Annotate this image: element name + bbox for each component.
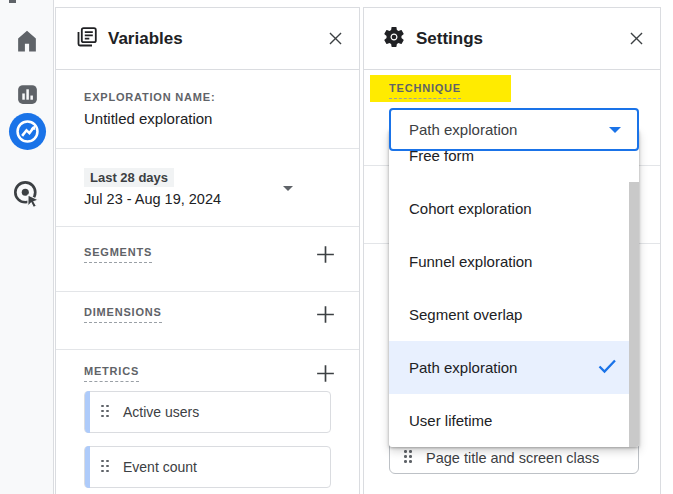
- settings-body: TECHNIQUE Page title and screen class Fr…: [364, 70, 660, 494]
- variables-panel: Variables EXPLORATION NAME: Untitled exp…: [55, 7, 360, 494]
- menu-item-funnel-exploration[interactable]: Funnel exploration: [389, 235, 639, 288]
- scroll-indicator: [9, 0, 16, 3]
- target-cursor-icon: [12, 179, 43, 214]
- settings-close-button[interactable]: [625, 28, 647, 50]
- sidebar-item-reports[interactable]: [0, 82, 54, 111]
- variables-header: Variables: [56, 8, 359, 70]
- panel-title: Settings: [416, 29, 625, 49]
- node-chip-label: Page title and screen class: [426, 450, 599, 466]
- dimensions-section: DIMENSIONS: [56, 291, 359, 349]
- left-nav-rail: [0, 0, 54, 494]
- sidebar-item-advertising[interactable]: [0, 179, 54, 214]
- technique-select[interactable]: Path exploration: [389, 108, 639, 151]
- metric-chip-label: Active users: [123, 404, 199, 420]
- explore-icon: [8, 112, 47, 155]
- sidebar-item-home[interactable]: [0, 27, 54, 59]
- menu-item-user-lifetime[interactable]: User lifetime: [389, 394, 639, 447]
- gear-icon: [382, 25, 406, 53]
- add-segment-button[interactable]: [313, 242, 337, 266]
- technique-dropdown-menu: Free form Cohort exploration Funnel expl…: [389, 129, 639, 447]
- segments-section: SEGMENTS: [56, 226, 359, 291]
- add-dimension-button[interactable]: [313, 302, 337, 326]
- metrics-section: METRICS: [56, 349, 359, 387]
- metrics-label: METRICS: [84, 365, 139, 382]
- dimensions-label: DIMENSIONS: [84, 306, 162, 323]
- segments-label: SEGMENTS: [84, 246, 152, 263]
- panel-title: Variables: [108, 29, 324, 49]
- variables-close-button[interactable]: [324, 28, 346, 50]
- metric-chip-active-users[interactable]: Active users: [84, 391, 331, 433]
- ga4-explorations-screen: Variables EXPLORATION NAME: Untitled exp…: [0, 0, 673, 494]
- settings-header: Settings: [364, 8, 660, 70]
- exploration-name-value[interactable]: Untitled exploration: [84, 110, 331, 127]
- add-metric-button[interactable]: [313, 361, 337, 385]
- sidebar-item-explore[interactable]: [0, 112, 54, 155]
- dropdown-scrollbar: [629, 129, 639, 447]
- dropdown-caret-icon: [609, 127, 621, 133]
- technique-select-value: Path exploration: [409, 121, 609, 138]
- settings-panel: Settings TECHNIQUE Page title and screen…: [363, 7, 661, 494]
- variables-icon: [74, 25, 98, 53]
- technique-label: TECHNIQUE: [389, 82, 461, 99]
- drag-handle-icon: [404, 450, 414, 465]
- menu-item-segment-overlap[interactable]: Segment overlap: [389, 288, 639, 341]
- date-range-selector[interactable]: Last 28 days Jul 23 - Aug 19, 2024: [56, 149, 359, 226]
- chevron-down-icon: [283, 186, 293, 191]
- date-preset-chip: Last 28 days: [84, 168, 174, 187]
- exploration-name-section: EXPLORATION NAME: Untitled exploration: [56, 70, 359, 148]
- menu-item-cohort-exploration[interactable]: Cohort exploration: [389, 182, 639, 235]
- menu-item-path-exploration[interactable]: Path exploration: [389, 341, 639, 394]
- drag-handle-icon: [101, 460, 111, 475]
- metric-chip-event-count[interactable]: Event count: [84, 446, 331, 488]
- bar-chart-icon: [15, 82, 40, 111]
- exploration-name-label: EXPLORATION NAME:: [84, 91, 331, 103]
- scrollbar-thumb[interactable]: [629, 182, 639, 447]
- date-range-text: Jul 23 - Aug 19, 2024: [84, 191, 331, 207]
- drag-handle-icon: [101, 405, 111, 420]
- home-icon: [13, 27, 41, 59]
- metric-accent-bar: [85, 446, 90, 488]
- metric-accent-bar: [85, 391, 90, 433]
- metric-chip-label: Event count: [123, 459, 197, 475]
- checkmark-icon: [595, 354, 619, 381]
